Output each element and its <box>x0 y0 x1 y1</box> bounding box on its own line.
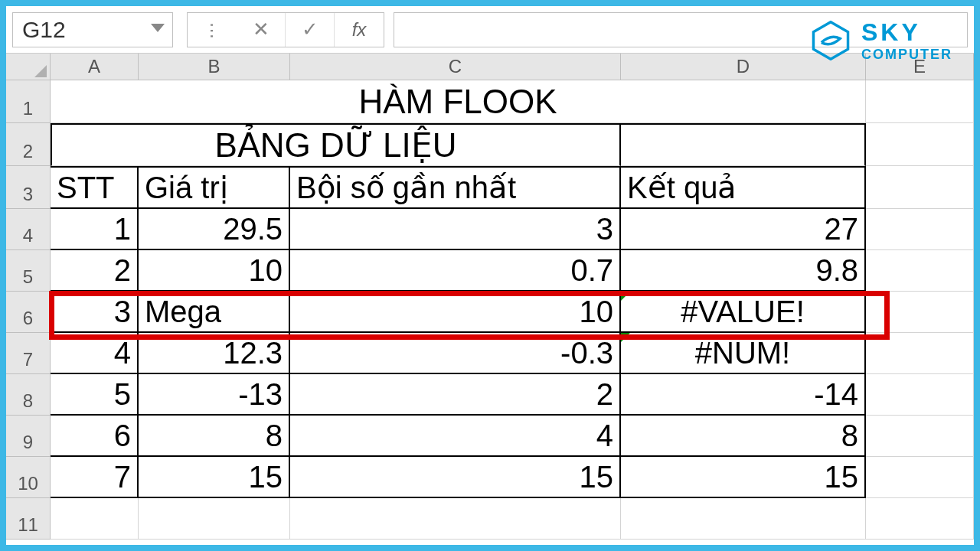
subtitle-cell[interactable]: BẢNG DỮ LIỆU <box>51 123 621 166</box>
cell-stt[interactable]: 6 <box>51 416 139 457</box>
dropdown-icon[interactable] <box>151 24 165 32</box>
fx-label: fx <box>352 19 367 41</box>
cell[interactable] <box>290 498 621 540</box>
column-header-A[interactable]: A <box>51 54 139 80</box>
table-row: 4129.5327 <box>6 209 974 250</box>
table-row: 7412.3-0.3#NUM! <box>6 333 974 374</box>
row-header-10[interactable]: 10 <box>6 457 51 498</box>
table-row: 3 STT Giá trị Bội số gần nhất Kết quả <box>6 166 974 209</box>
cell-giatri[interactable]: -13 <box>139 374 290 416</box>
cell-ketqua[interactable]: 15 <box>621 457 866 498</box>
cell-stt[interactable]: 4 <box>51 333 139 374</box>
table-row: 52100.79.8 <box>6 250 974 292</box>
cell-giatri[interactable]: Mega <box>139 292 290 333</box>
row-header-8[interactable]: 8 <box>6 374 51 416</box>
cell-ketqua[interactable]: 9.8 <box>621 250 866 292</box>
table-row: 2 BẢNG DỮ LIỆU <box>6 123 974 166</box>
logo-icon <box>811 21 851 60</box>
cell[interactable] <box>866 80 974 123</box>
cell-ketqua[interactable]: #NUM! <box>621 333 866 374</box>
row-header-11[interactable]: 11 <box>6 498 51 540</box>
cell-boiso[interactable]: -0.3 <box>290 333 621 374</box>
cell[interactable] <box>866 292 974 333</box>
column-header-C[interactable]: C <box>290 54 621 80</box>
spreadsheet-grid[interactable]: A B C D E 1 HÀM FLOOK 2 BẢNG DỮ LIỆU 3 S… <box>6 54 974 540</box>
cell[interactable] <box>866 250 974 292</box>
cell[interactable] <box>866 166 974 209</box>
cell[interactable] <box>139 498 290 540</box>
header-stt[interactable]: STT <box>51 166 139 209</box>
cell[interactable] <box>866 416 974 457</box>
row-header-5[interactable]: 5 <box>6 250 51 292</box>
cell-giatri[interactable]: 12.3 <box>139 333 290 374</box>
header-giatri[interactable]: Giá trị <box>139 166 290 209</box>
cell-boiso[interactable]: 10 <box>290 292 621 333</box>
cell-boiso[interactable]: 3 <box>290 209 621 250</box>
cell-giatri[interactable]: 8 <box>139 416 290 457</box>
row-header-2[interactable]: 2 <box>6 123 51 166</box>
cell[interactable] <box>866 457 974 498</box>
formula-bar-buttons: ⋯ ✕ ✓ fx <box>187 12 384 47</box>
cell-stt[interactable]: 7 <box>51 457 139 498</box>
cell-stt[interactable]: 3 <box>51 292 139 333</box>
table-row: 11 <box>6 498 974 540</box>
cell-boiso[interactable]: 15 <box>290 457 621 498</box>
cell-stt[interactable]: 1 <box>51 209 139 250</box>
cell-boiso[interactable]: 2 <box>290 374 621 416</box>
more-icon[interactable]: ⋯ <box>195 5 229 54</box>
cell[interactable] <box>51 498 139 540</box>
cell[interactable] <box>621 498 866 540</box>
cell-ketqua[interactable]: #VALUE! <box>621 292 866 333</box>
row-header-9[interactable]: 9 <box>6 416 51 457</box>
cell-boiso[interactable]: 4 <box>290 416 621 457</box>
select-all-cell[interactable] <box>6 54 51 80</box>
name-box[interactable]: G12 <box>12 12 173 47</box>
cell[interactable] <box>866 374 974 416</box>
cancel-icon[interactable]: ✕ <box>237 13 286 47</box>
table-row: 85-132-14 <box>6 374 974 416</box>
cell-giatri[interactable]: 15 <box>139 457 290 498</box>
logo-text-top: SKY <box>861 20 952 44</box>
svg-marker-0 <box>813 22 848 60</box>
logo-text-sub: COMPUTER <box>861 47 952 61</box>
cell-stt[interactable]: 2 <box>51 250 139 292</box>
table-row: 96848 <box>6 416 974 457</box>
cell-giatri[interactable]: 29.5 <box>139 209 290 250</box>
cell[interactable] <box>866 123 974 166</box>
cell-ketqua[interactable]: -14 <box>621 374 866 416</box>
cell[interactable] <box>866 498 974 540</box>
table-row: 63Mega10#VALUE! <box>6 292 974 333</box>
cell-ketqua[interactable]: 27 <box>621 209 866 250</box>
cell[interactable] <box>866 333 974 374</box>
brand-logo: SKY COMPUTER <box>811 20 952 61</box>
table-row: 1 HÀM FLOOK <box>6 80 974 123</box>
cell-boiso[interactable]: 0.7 <box>290 250 621 292</box>
cell-ketqua[interactable]: 8 <box>621 416 866 457</box>
header-ketqua[interactable]: Kết quả <box>621 166 866 209</box>
title-cell[interactable]: HÀM FLOOK <box>51 80 866 123</box>
row-header-1[interactable]: 1 <box>6 80 51 123</box>
confirm-icon[interactable]: ✓ <box>286 13 335 47</box>
cell-stt[interactable]: 5 <box>51 374 139 416</box>
row-header-7[interactable]: 7 <box>6 333 51 374</box>
cell[interactable] <box>621 123 866 166</box>
column-header-B[interactable]: B <box>139 54 290 80</box>
cell-giatri[interactable]: 10 <box>139 250 290 292</box>
fx-button[interactable]: fx <box>335 13 384 47</box>
cell[interactable] <box>866 209 974 250</box>
row-header-3[interactable]: 3 <box>6 166 51 209</box>
table-row: 107151515 <box>6 457 974 498</box>
row-header-6[interactable]: 6 <box>6 292 51 333</box>
header-boiso[interactable]: Bội số gần nhất <box>290 166 621 209</box>
cell-reference: G12 <box>22 17 66 43</box>
row-header-4[interactable]: 4 <box>6 209 51 250</box>
